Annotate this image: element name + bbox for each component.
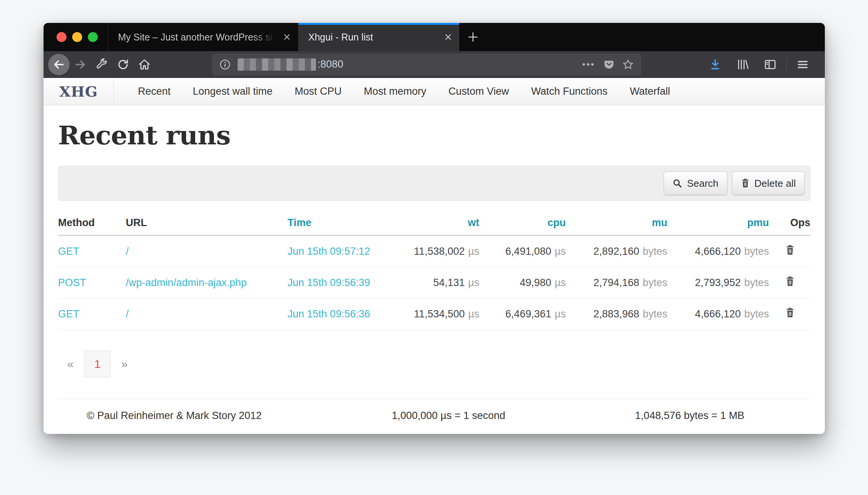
col-header-mu[interactable]: mu [566, 211, 667, 236]
back-arrow-icon [52, 58, 65, 71]
sidebar-toggle-button[interactable] [760, 54, 781, 75]
url-link[interactable]: / [126, 246, 129, 257]
method-link[interactable]: GET [58, 246, 79, 257]
mu-value: 2,794,168 [593, 277, 639, 288]
delete-run-icon[interactable] [785, 244, 795, 256]
page-footer: © Paul Reinheimer & Mark Story 2012 1,00… [58, 399, 810, 433]
col-header-method: Method [58, 211, 126, 236]
xhgui-logo[interactable]: XHG [44, 78, 114, 105]
wt-value: 54,131 [433, 277, 465, 288]
method-link[interactable]: POST [58, 277, 86, 288]
url-link[interactable]: / [126, 308, 129, 320]
pagination-next[interactable]: » [112, 358, 137, 370]
minimize-window-button[interactable] [72, 32, 82, 42]
cpu-value: 49,980 [520, 277, 551, 288]
zoom-window-button[interactable] [88, 32, 98, 42]
run-time-link[interactable]: Jun 15th 09:57:12 [288, 246, 370, 257]
col-header-url: URL [126, 211, 287, 236]
nav-item-most-cpu[interactable]: Most CPU [283, 78, 353, 105]
close-window-button[interactable] [57, 32, 66, 42]
delete-all-button[interactable]: Delete all [732, 171, 805, 195]
site-nav: Recent Longest wall time Most CPU Most m… [127, 78, 681, 105]
site-navbar: XHG Recent Longest wall time Most CPU Mo… [44, 78, 825, 105]
nav-item-recent[interactable]: Recent [127, 78, 182, 105]
nav-item-most-memory[interactable]: Most memory [353, 78, 437, 105]
page-content: XHG Recent Longest wall time Most CPU Mo… [44, 78, 825, 434]
developer-tools-button[interactable] [91, 54, 112, 75]
pagination-page-1[interactable]: 1 [84, 351, 111, 377]
col-header-pmu[interactable]: pmu [667, 211, 769, 236]
page-title: Recent runs [58, 120, 810, 150]
pmu-unit: bytes [744, 277, 769, 288]
pmu-unit: bytes [744, 308, 769, 320]
sidebar-icon [764, 58, 777, 71]
mu-unit: bytes [643, 308, 667, 320]
tab-title: Xhgui - Run list [308, 32, 439, 43]
col-header-cpu[interactable]: cpu [479, 211, 566, 236]
url-port-text: :8080 [317, 58, 343, 70]
reload-button[interactable] [112, 54, 134, 75]
mu-unit: bytes [643, 246, 667, 257]
tab-xhgui-run-list[interactable]: Xhgui - Run list [298, 23, 459, 51]
navigation-toolbar: :8080 ••• [44, 51, 825, 78]
library-icon [736, 58, 749, 71]
wrench-icon [96, 58, 108, 71]
delete-run-icon[interactable] [785, 276, 795, 287]
window-controls [44, 23, 108, 51]
wt-unit: µs [468, 277, 479, 288]
delete-run-icon[interactable] [785, 307, 795, 319]
table-row: GET / Jun 15th 09:57:12 11,538,002µs 6,4… [58, 236, 810, 267]
tab-wordpress-site[interactable]: My Site – Just another WordPress si [108, 23, 298, 51]
nav-item-custom-view[interactable]: Custom View [437, 78, 520, 105]
mu-value: 2,883,968 [593, 308, 639, 320]
search-button[interactable]: Search [664, 171, 727, 195]
trash-icon [741, 178, 750, 188]
downloads-button[interactable] [704, 54, 726, 75]
download-icon [709, 58, 722, 71]
wt-unit: µs [468, 246, 479, 257]
mu-unit: bytes [643, 277, 667, 288]
home-icon [138, 58, 151, 71]
pmu-unit: bytes [744, 246, 769, 257]
delete-all-button-label: Delete all [755, 178, 796, 189]
cpu-unit: µs [555, 277, 566, 288]
runs-table: Method URL Time wt cpu mu pmu Ops GET / [58, 211, 810, 330]
close-tab-icon[interactable] [444, 33, 452, 41]
new-tab-button[interactable] [459, 23, 487, 51]
url-link[interactable]: /wp-admin/admin-ajax.php [126, 277, 247, 288]
wt-unit: µs [468, 308, 479, 320]
run-time-link[interactable]: Jun 15th 09:56:36 [288, 308, 370, 320]
cpu-unit: µs [555, 246, 566, 257]
run-time-link[interactable]: Jun 15th 09:56:39 [288, 277, 370, 288]
wt-value: 11,534,500 [414, 308, 465, 320]
bytes-note: 1,048,576 bytes = 1 MB [569, 410, 810, 422]
table-row: GET / Jun 15th 09:56:36 11,534,500µs 6,4… [58, 299, 810, 330]
url-bar[interactable]: :8080 ••• [212, 54, 641, 75]
home-button[interactable] [134, 54, 155, 75]
menu-button[interactable] [792, 54, 813, 75]
pagination-prev[interactable]: « [58, 358, 83, 370]
tab-title: My Site – Just another WordPress si [118, 32, 277, 43]
search-button-label: Search [687, 178, 718, 189]
forward-button[interactable] [70, 54, 91, 75]
nav-item-longest-wall-time[interactable]: Longest wall time [182, 78, 284, 105]
tab-bar: My Site – Just another WordPress si Xhgu… [44, 23, 825, 51]
mu-value: 2,892,160 [593, 246, 639, 257]
page-actions-icon[interactable]: ••• [582, 59, 595, 70]
copyright-text: © Paul Reinheimer & Mark Story 2012 [58, 410, 328, 422]
table-row: POST /wp-admin/admin-ajax.php Jun 15th 0… [58, 267, 810, 299]
library-button[interactable] [732, 54, 753, 75]
toolbar-separator [786, 57, 787, 72]
col-header-time[interactable]: Time [288, 211, 393, 236]
nav-item-waterfall[interactable]: Waterfall [619, 78, 681, 105]
method-link[interactable]: GET [58, 308, 79, 320]
bookmark-star-icon[interactable] [622, 58, 634, 71]
pocket-icon[interactable] [603, 58, 615, 71]
cpu-value: 6,491,080 [505, 246, 551, 257]
col-header-wt[interactable]: wt [393, 211, 479, 236]
redacted-url-host [238, 58, 316, 71]
close-tab-icon[interactable] [283, 33, 291, 41]
nav-item-watch-functions[interactable]: Watch Functions [520, 78, 619, 105]
site-info-icon[interactable] [219, 59, 231, 70]
back-button[interactable] [48, 54, 70, 75]
